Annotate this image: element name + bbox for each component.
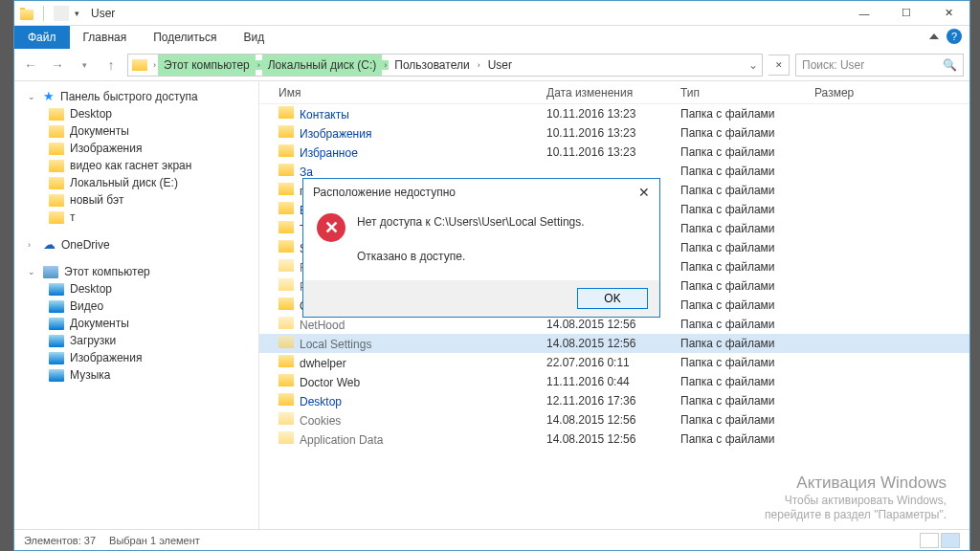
view-switcher bbox=[920, 533, 960, 548]
chevron-right-icon[interactable]: › bbox=[151, 60, 158, 70]
folder-icon bbox=[278, 164, 294, 176]
breadcrumb-segment[interactable]: Пользователи bbox=[389, 55, 475, 76]
thumbs-view-icon[interactable] bbox=[941, 533, 960, 548]
sidebar-item[interactable]: Документы bbox=[24, 122, 258, 140]
folder-icon bbox=[49, 194, 64, 207]
nav-back-button[interactable]: ← bbox=[20, 55, 41, 76]
close-button[interactable]: ✕ bbox=[927, 1, 969, 26]
sidebar-quick-access-header[interactable]: ⌄ ★ Панель быстрого доступа bbox=[24, 87, 258, 105]
activation-watermark: Активация Windows Чтобы активировать Win… bbox=[765, 473, 947, 523]
search-input[interactable]: Поиск: User 🔍 bbox=[795, 54, 964, 77]
table-row[interactable]: Doctor Web11.11.2016 0:44Папка с файлами bbox=[259, 372, 969, 391]
table-row[interactable]: Application Data14.08.2015 12:56Папка с … bbox=[259, 430, 969, 449]
tab-share[interactable]: Поделиться bbox=[140, 26, 230, 49]
breadcrumb-segment[interactable]: Локальный диск (C:) bbox=[262, 55, 383, 76]
sidebar-item-label: Изображения bbox=[70, 351, 142, 364]
sidebar-item-label: Загрузки bbox=[70, 334, 116, 347]
sidebar-onedrive-header[interactable]: › ☁ OneDrive bbox=[24, 235, 258, 253]
tab-file[interactable]: Файл bbox=[14, 26, 70, 49]
sidebar-item[interactable]: Музыка bbox=[24, 366, 258, 384]
sidebar-item-label: Локальный диск (E:) bbox=[70, 176, 178, 189]
help-icon[interactable]: ? bbox=[947, 29, 962, 44]
watermark-sub: Чтобы активировать Windows, bbox=[765, 494, 947, 509]
file-name: Doctor Web bbox=[278, 374, 546, 389]
chevron-down-icon[interactable]: ⌄ bbox=[28, 267, 37, 276]
sidebar-item[interactable]: видео как гаснет экран bbox=[24, 157, 258, 174]
column-type[interactable]: Тип bbox=[680, 86, 814, 99]
file-name: Изображения bbox=[278, 125, 546, 141]
sidebar-item[interactable]: новый бэт bbox=[24, 191, 258, 209]
sidebar-thispc-header[interactable]: ⌄ Этот компьютер bbox=[24, 263, 258, 280]
sidebar-item[interactable]: Изображения bbox=[24, 349, 258, 366]
tab-view[interactable]: Вид bbox=[230, 26, 278, 49]
chevron-right-icon[interactable]: › bbox=[382, 60, 389, 70]
dialog-close-button[interactable]: ✕ bbox=[638, 185, 650, 200]
column-size[interactable]: Размер bbox=[814, 86, 891, 99]
file-date: 10.11.2016 13:23 bbox=[546, 107, 680, 121]
folder-icon bbox=[278, 221, 294, 233]
minimize-button[interactable]: — bbox=[843, 1, 885, 26]
table-row[interactable]: Desktop12.11.2016 17:36Папка с файлами bbox=[259, 391, 969, 410]
file-date: 14.08.2015 12:56 bbox=[546, 318, 680, 331]
table-row[interactable]: Контакты10.11.2016 13:23Папка с файлами bbox=[259, 104, 969, 123]
sidebar-item[interactable]: т bbox=[24, 209, 258, 226]
expand-ribbon-icon[interactable] bbox=[929, 33, 939, 39]
folder-icon bbox=[278, 317, 294, 329]
sidebar-item[interactable]: Desktop bbox=[24, 280, 258, 298]
error-dialog: Расположение недоступно ✕ ✕ Нет доступа … bbox=[302, 178, 660, 318]
status-count: Элементов: 37 bbox=[24, 535, 96, 546]
sidebar-item-label: Музыка bbox=[70, 368, 110, 382]
sidebar-item[interactable]: Desktop bbox=[24, 105, 258, 122]
separator bbox=[43, 6, 44, 21]
file-name: Application Data bbox=[278, 431, 546, 447]
table-row[interactable]: Cookies14.08.2015 12:56Папка с файлами bbox=[259, 410, 969, 430]
search-icon[interactable]: 🔍 bbox=[943, 58, 957, 72]
properties-icon[interactable] bbox=[54, 6, 69, 21]
navbar: ← → ▾ ↑ › Этот компьютер › Локальный дис… bbox=[14, 49, 969, 81]
sidebar-item[interactable]: Изображения bbox=[24, 140, 258, 157]
table-row[interactable]: Local Settings14.08.2015 12:56Папка с фа… bbox=[259, 334, 969, 353]
ribbon-right: ? bbox=[929, 29, 962, 44]
maximize-button[interactable]: ☐ bbox=[885, 1, 927, 26]
nav-up-button[interactable]: ↑ bbox=[100, 55, 122, 76]
file-date: 14.08.2015 12:56 bbox=[546, 413, 680, 427]
chevron-right-icon[interactable]: › bbox=[28, 240, 37, 250]
sidebar-item[interactable]: Локальный диск (E:) bbox=[24, 174, 258, 191]
chevron-right-icon[interactable]: › bbox=[476, 60, 482, 70]
nav-forward-button[interactable]: → bbox=[47, 55, 68, 76]
details-view-icon[interactable] bbox=[920, 533, 939, 548]
nav-recent-dropdown[interactable]: ▾ bbox=[74, 55, 95, 76]
sidebar-item[interactable]: Видео bbox=[24, 298, 258, 315]
refresh-button[interactable]: ✕ bbox=[768, 55, 790, 76]
qat-dropdown-icon[interactable]: ▾ bbox=[75, 9, 79, 18]
sidebar-item[interactable]: Документы bbox=[24, 315, 258, 332]
breadcrumb-segment[interactable]: User bbox=[482, 55, 518, 76]
table-row[interactable]: Избранное10.11.2016 13:23Папка с файлами bbox=[259, 143, 969, 162]
file-type: Папка с файлами bbox=[680, 241, 814, 254]
dialog-titlebar: Расположение недоступно ✕ bbox=[303, 179, 659, 206]
table-row[interactable]: Изображения10.11.2016 13:23Папка с файла… bbox=[259, 123, 969, 143]
chevron-down-icon[interactable]: ⌄ bbox=[748, 58, 758, 72]
folder-icon bbox=[49, 177, 64, 189]
sidebar-item-label: новый бэт bbox=[70, 193, 123, 207]
table-row[interactable]: NetHood14.08.2015 12:56Папка с файлами bbox=[259, 315, 969, 334]
file-type: Папка с файлами bbox=[680, 375, 814, 388]
file-date: 12.11.2016 17:36 bbox=[546, 394, 680, 408]
table-row[interactable]: dwhelper22.07.2016 0:11Папка с файлами bbox=[259, 353, 969, 372]
file-type: Папка с файлами bbox=[680, 126, 814, 140]
sidebar-item[interactable]: Загрузки bbox=[24, 332, 258, 349]
chevron-right-icon[interactable]: › bbox=[256, 60, 262, 70]
chevron-down-icon[interactable]: ⌄ bbox=[28, 92, 37, 101]
file-type: Папка с файлами bbox=[680, 279, 814, 293]
breadcrumb-segment[interactable]: Этот компьютер bbox=[158, 55, 256, 76]
column-name[interactable]: Имя bbox=[278, 86, 546, 99]
tab-home[interactable]: Главная bbox=[70, 26, 141, 49]
watermark-sub: перейдите в раздел "Параметры". bbox=[765, 508, 947, 523]
sidebar-item-label: Панель быстрого доступа bbox=[60, 90, 198, 103]
sidebar-item-label: OneDrive bbox=[61, 238, 110, 252]
dialog-footer: OK bbox=[303, 280, 659, 317]
sidebar-item-label: Видео bbox=[70, 299, 103, 313]
breadcrumb[interactable]: › Этот компьютер › Локальный диск (C:) ›… bbox=[127, 54, 763, 77]
column-date[interactable]: Дата изменения bbox=[546, 86, 680, 99]
ok-button[interactable]: OK bbox=[577, 288, 648, 309]
